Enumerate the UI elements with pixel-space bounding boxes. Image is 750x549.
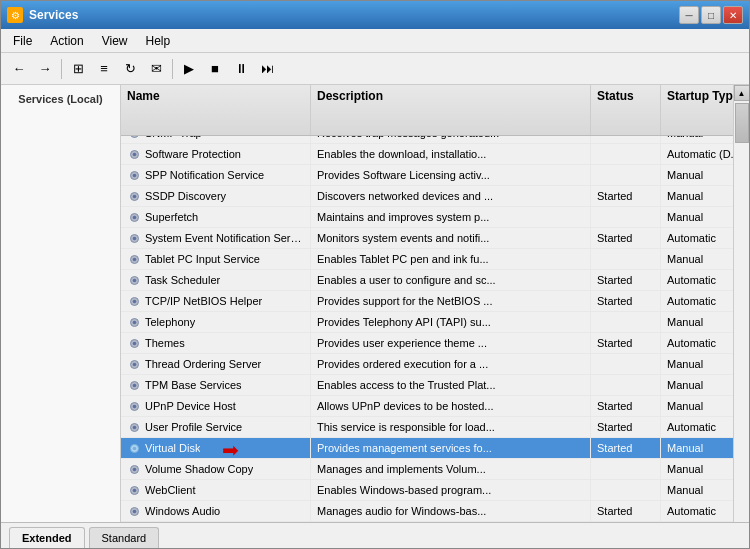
service-name: Software Protection [145,148,241,160]
service-startup-cell: Manual [661,354,733,374]
service-description-cell: Enables Windows-based program... [311,480,591,500]
service-startup-cell: Manual [661,165,733,185]
service-icon [127,294,141,308]
svg-point-21 [132,257,136,261]
service-icon [127,273,141,287]
service-startup-cell: Automatic [661,333,733,353]
col-startup[interactable]: Startup Type [661,85,733,135]
scroll-thumb[interactable] [735,103,749,143]
service-startup-cell: Manual [661,207,733,227]
service-startup-cell: Manual [661,249,733,269]
maximize-button[interactable]: □ [701,6,721,24]
svg-point-45 [132,509,136,513]
table-row[interactable]: SNMP TrapReceives trap messages generate… [121,136,733,144]
service-description-cell: Provides support for the NetBIOS ... [311,291,591,311]
table-header: Name Description Status Startup Type Log… [121,85,733,136]
sidebar-title[interactable]: Services (Local) [18,93,102,105]
close-button[interactable]: ✕ [723,6,743,24]
minimize-button[interactable]: ─ [679,6,699,24]
menu-action[interactable]: Action [42,32,91,50]
service-name-cell: Thread Ordering Server [121,354,311,374]
table-row[interactable]: TPM Base ServicesEnables access to the T… [121,375,733,396]
table-row[interactable]: Windows AudioManages audio for Windows-b… [121,501,733,522]
service-name-cell: System Event Notification Service [121,228,311,248]
service-icon [127,420,141,434]
window-title: Services [29,8,78,22]
col-description[interactable]: Description [311,85,591,135]
tab-standard[interactable]: Standard [89,527,160,548]
refresh-button[interactable]: ↻ [118,57,142,81]
service-icon [127,147,141,161]
table-body[interactable]: ServerSupports file, print, and named-pi… [121,136,733,522]
table-row[interactable]: Task SchedulerEnables a user to configur… [121,270,733,291]
service-name: Task Scheduler [145,274,220,286]
service-name: Superfetch [145,211,198,223]
service-name: Thread Ordering Server [145,358,261,370]
service-description-cell: Manages and implements Volum... [311,459,591,479]
col-status[interactable]: Status [591,85,661,135]
list-button[interactable]: ≡ [92,57,116,81]
separator-1 [61,59,62,79]
tab-extended[interactable]: Extended [9,527,85,548]
service-status-cell: Started [591,186,661,206]
pause-button[interactable]: ⏸ [229,57,253,81]
svg-point-31 [132,362,136,366]
service-startup-cell: Manual [661,480,733,500]
table-row[interactable]: WebClientEnables Windows-based program..… [121,480,733,501]
restart-button[interactable]: ⏭ [255,57,279,81]
service-status-cell [591,312,661,332]
back-button[interactable]: ← [7,57,31,81]
start-button[interactable]: ▶ [177,57,201,81]
table-row[interactable]: SPP Notification ServiceProvides Softwar… [121,165,733,186]
table-row[interactable]: SSDP DiscoveryDiscovers networked device… [121,186,733,207]
scrollbar[interactable]: ▲ [733,85,749,522]
service-description-cell: Provides Software Licensing activ... [311,165,591,185]
view-button[interactable]: ⊞ [66,57,90,81]
menu-help[interactable]: Help [138,32,179,50]
table-row[interactable]: Virtual DiskProvides management services… [121,438,733,459]
table-row[interactable]: Tablet PC Input ServiceEnables Tablet PC… [121,249,733,270]
col-name[interactable]: Name [121,85,311,135]
sidebar: Services (Local) [1,85,121,522]
service-startup-cell: Automatic [661,501,733,521]
service-icon [127,378,141,392]
scroll-up-button[interactable]: ▲ [734,85,750,101]
table-row[interactable]: Software ProtectionEnables the download,… [121,144,733,165]
table-row[interactable]: ThemesProvides user experience theme ...… [121,333,733,354]
forward-button[interactable]: → [33,57,57,81]
table-row[interactable]: System Event Notification ServiceMonitor… [121,228,733,249]
menu-view[interactable]: View [94,32,136,50]
table-row[interactable]: Thread Ordering ServerProvides ordered e… [121,354,733,375]
stop-button[interactable]: ■ [203,57,227,81]
service-name: Volume Shadow Copy [145,463,253,475]
export-button[interactable]: ✉ [144,57,168,81]
service-description-cell: Provides user experience theme ... [311,333,591,353]
service-name-cell: User Profile Service [121,417,311,437]
table-row[interactable]: UPnP Device HostAllows UPnP devices to b… [121,396,733,417]
menu-file[interactable]: File [5,32,40,50]
table-row[interactable]: Volume Shadow CopyManages and implements… [121,459,733,480]
service-name-cell: Tablet PC Input Service [121,249,311,269]
table-row[interactable]: User Profile ServiceThis service is resp… [121,417,733,438]
service-description-cell: Monitors system events and notifi... [311,228,591,248]
service-description-cell: Maintains and improves system p... [311,207,591,227]
service-icon [127,136,141,140]
service-name: SNMP Trap [145,136,202,139]
service-description-cell: Allows UPnP devices to be hosted... [311,396,591,416]
service-name-cell: Telephony [121,312,311,332]
table-row[interactable]: TCP/IP NetBIOS HelperProvides support fo… [121,291,733,312]
service-description-cell: This service is responsible for load... [311,417,591,437]
service-name: Virtual Disk [145,442,200,454]
table-row[interactable]: SuperfetchMaintains and improves system … [121,207,733,228]
svg-point-15 [132,194,136,198]
service-icon [127,252,141,266]
service-name-cell: TCP/IP NetBIOS Helper [121,291,311,311]
service-description-cell: Provides management services fo... [311,438,591,458]
service-status-cell: Started [591,438,661,458]
service-status-cell: Started [591,291,661,311]
service-name-cell: SSDP Discovery [121,186,311,206]
table-row[interactable]: TelephonyProvides Telephony API (TAPI) s… [121,312,733,333]
svg-point-11 [132,152,136,156]
svg-point-25 [132,299,136,303]
service-name-cell: Virtual Disk [121,438,311,458]
